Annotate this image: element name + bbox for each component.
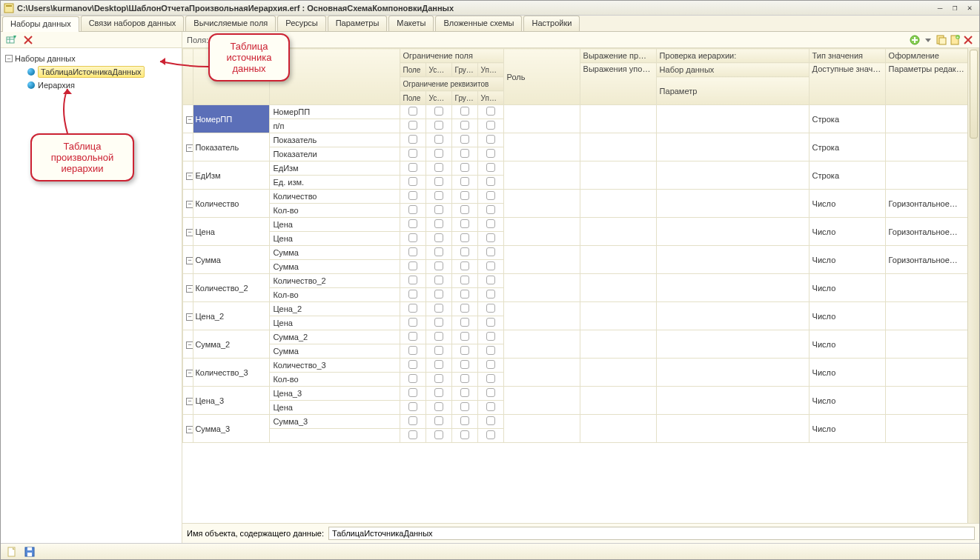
checkbox[interactable] [451, 218, 477, 232]
row-collapse-icon[interactable]: − [186, 426, 193, 433]
role-cell[interactable] [503, 359, 580, 387]
role-cell[interactable] [503, 190, 580, 218]
checkbox[interactable] [451, 204, 477, 218]
field-path[interactable]: Сумма_2 [270, 330, 400, 344]
type-cell[interactable]: Число [809, 330, 885, 359]
checkbox[interactable] [477, 288, 503, 302]
checkbox[interactable] [477, 260, 503, 274]
hier-cell[interactable] [656, 415, 809, 443]
field-alt[interactable]: Сумма [270, 260, 400, 274]
col-edit-params[interactable]: Параметры редактирования [885, 63, 967, 105]
checkbox[interactable] [451, 176, 477, 190]
hier-cell[interactable] [656, 330, 809, 359]
type-cell[interactable]: Число [809, 274, 885, 302]
field-name[interactable]: ЕдИзм [193, 161, 270, 190]
role-cell[interactable] [503, 105, 580, 133]
table-row[interactable]: −Количество_2Количество_2Число [183, 274, 968, 288]
sub-us[interactable]: Ус… [426, 63, 451, 77]
type-cell[interactable]: Число [809, 387, 885, 415]
checkbox[interactable] [400, 218, 426, 232]
checkbox[interactable] [426, 105, 451, 119]
checkbox[interactable] [426, 147, 451, 161]
row-collapse-icon[interactable]: − [186, 257, 193, 264]
field-path[interactable]: НомерПП [270, 105, 400, 119]
checkbox[interactable] [451, 316, 477, 330]
field-name[interactable]: Показатель [193, 133, 270, 161]
hier-cell[interactable] [656, 302, 809, 330]
sub-gru[interactable]: Гру… [451, 63, 477, 77]
table-row[interactable]: −Цена_2Цена_2Число [183, 302, 968, 316]
checkbox[interactable] [477, 415, 503, 429]
checkbox[interactable] [400, 232, 426, 246]
design-cell[interactable] [885, 105, 967, 133]
hier-cell[interactable] [656, 161, 809, 190]
checkbox[interactable] [400, 105, 426, 119]
table-row[interactable]: −ПоказательПоказательСтрока [183, 133, 968, 147]
design-cell[interactable]: Горизонтальное… [885, 190, 967, 218]
checkbox[interactable] [451, 119, 477, 133]
field-path[interactable]: Количество [270, 190, 400, 204]
checkbox[interactable] [426, 373, 451, 387]
field-name[interactable]: Цена_3 [193, 387, 270, 415]
checkbox[interactable] [426, 133, 451, 147]
hier-cell[interactable] [656, 190, 809, 218]
design-cell[interactable] [885, 133, 967, 161]
order-cell[interactable] [580, 359, 656, 387]
row-collapse-icon[interactable]: − [186, 144, 193, 152]
checkbox[interactable] [426, 387, 451, 401]
order-cell[interactable] [580, 302, 656, 330]
design-cell[interactable] [885, 387, 967, 415]
hier-cell[interactable] [656, 218, 809, 246]
checkbox[interactable] [477, 119, 503, 133]
field-alt[interactable]: Кол-во [270, 373, 400, 387]
checkbox[interactable] [477, 204, 503, 218]
checkbox[interactable] [477, 330, 503, 344]
order-cell[interactable] [580, 387, 656, 415]
sub-upo2[interactable]: Упо… [477, 91, 503, 105]
close-button[interactable]: ✕ [963, 3, 976, 13]
sub-pole[interactable]: Поле [400, 63, 426, 77]
field-alt[interactable]: Кол-во [270, 204, 400, 218]
checkbox[interactable] [477, 246, 503, 260]
checkbox[interactable] [477, 274, 503, 288]
checkbox[interactable] [477, 344, 503, 359]
checkbox[interactable] [451, 105, 477, 119]
checkbox[interactable] [426, 359, 451, 373]
row-collapse-icon[interactable]: − [186, 229, 193, 236]
field-path[interactable]: Количество_2 [270, 274, 400, 288]
tab-4[interactable]: Параметры [328, 16, 388, 31]
field-path[interactable]: Цена_2 [270, 302, 400, 316]
col-field-constraint[interactable]: Ограничение поля [400, 49, 503, 63]
role-cell[interactable] [503, 246, 580, 274]
col-value-type[interactable]: Тип значения [809, 49, 885, 63]
checkbox[interactable] [400, 359, 426, 373]
checkbox[interactable] [426, 316, 451, 330]
field-path[interactable]: Количество_3 [270, 359, 400, 373]
order-cell[interactable] [580, 105, 656, 133]
field-alt[interactable]: Цена [270, 316, 400, 330]
checkbox[interactable] [400, 147, 426, 161]
checkbox[interactable] [400, 387, 426, 401]
row-collapse-icon[interactable]: − [186, 398, 193, 405]
tab-7[interactable]: Настройки [523, 16, 580, 31]
row-collapse-icon[interactable]: − [186, 370, 193, 377]
role-cell[interactable] [503, 330, 580, 359]
checkbox[interactable] [400, 246, 426, 260]
sub-us2[interactable]: Ус… [426, 91, 451, 105]
order-cell[interactable] [580, 190, 656, 218]
hier-cell[interactable] [656, 387, 809, 415]
checkbox[interactable] [477, 105, 503, 119]
checkbox[interactable] [426, 415, 451, 429]
new-file-icon[interactable] [5, 545, 19, 559]
table-row[interactable]: −ЦенаЦенаЧислоГоризонтальное… [183, 218, 968, 232]
order-cell[interactable] [580, 415, 656, 443]
add-field-icon[interactable] [908, 33, 921, 47]
checkbox[interactable] [426, 190, 451, 204]
type-cell[interactable]: Строка [809, 105, 885, 133]
order-cell[interactable] [580, 330, 656, 359]
checkbox[interactable] [477, 161, 503, 176]
checkbox[interactable] [400, 274, 426, 288]
table-row[interactable]: −Сумма_2Сумма_2Число [183, 330, 968, 344]
col-avail-values[interactable]: Доступные значения [809, 63, 885, 105]
field-alt[interactable]: Ед. изм. [270, 176, 400, 190]
